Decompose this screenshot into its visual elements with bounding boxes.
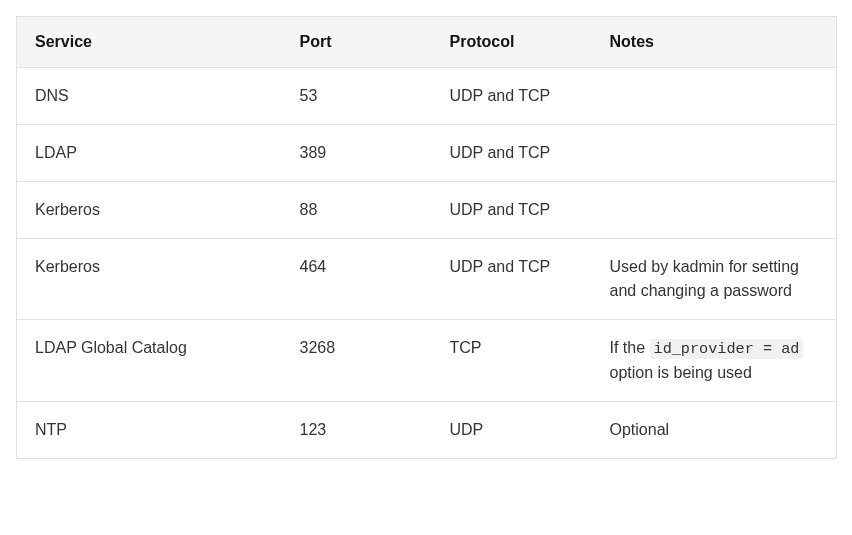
col-header-notes: Notes [592,17,837,68]
table-row: LDAP 389 UDP and TCP [17,125,837,182]
cell-notes [592,68,837,125]
cell-notes [592,182,837,239]
cell-service: LDAP Global Catalog [17,320,282,402]
cell-protocol: UDP and TCP [432,239,592,320]
col-header-port: Port [282,17,432,68]
cell-port: 3268 [282,320,432,402]
notes-code: id_provider = ad [650,339,804,359]
cell-port: 88 [282,182,432,239]
table-row: NTP 123 UDP Optional [17,401,837,458]
notes-text-suffix: option is being used [610,364,752,381]
cell-notes: If the id_provider = ad option is being … [592,320,837,402]
cell-port: 123 [282,401,432,458]
table-header-row: Service Port Protocol Notes [17,17,837,68]
table-row: Kerberos 464 UDP and TCP Used by kadmin … [17,239,837,320]
col-header-service: Service [17,17,282,68]
cell-port: 464 [282,239,432,320]
cell-port: 389 [282,125,432,182]
cell-service: LDAP [17,125,282,182]
notes-text-prefix: If the [610,339,650,356]
cell-notes [592,125,837,182]
cell-protocol: UDP [432,401,592,458]
cell-service: Kerberos [17,239,282,320]
cell-port: 53 [282,68,432,125]
col-header-protocol: Protocol [432,17,592,68]
cell-protocol: TCP [432,320,592,402]
cell-protocol: UDP and TCP [432,182,592,239]
cell-service: Kerberos [17,182,282,239]
cell-notes: Optional [592,401,837,458]
cell-notes: Used by kadmin for setting and changing … [592,239,837,320]
cell-protocol: UDP and TCP [432,68,592,125]
ports-table: Service Port Protocol Notes DNS 53 UDP a… [16,16,837,459]
table-row: LDAP Global Catalog 3268 TCP If the id_p… [17,320,837,402]
cell-protocol: UDP and TCP [432,125,592,182]
table-row: DNS 53 UDP and TCP [17,68,837,125]
cell-service: DNS [17,68,282,125]
table-row: Kerberos 88 UDP and TCP [17,182,837,239]
cell-service: NTP [17,401,282,458]
